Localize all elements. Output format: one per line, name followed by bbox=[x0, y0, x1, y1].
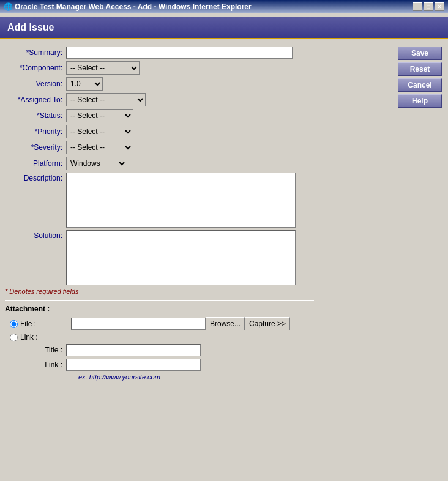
description-row: Description: bbox=[5, 173, 388, 228]
status-select[interactable]: -- Select -- bbox=[66, 109, 133, 122]
link-field-label: Link : bbox=[17, 360, 66, 369]
browse-button[interactable]: Browse... bbox=[206, 317, 245, 330]
file-radio[interactable] bbox=[10, 320, 18, 328]
assigned-row: *Assigned To: -- Select -- bbox=[5, 93, 388, 106]
description-label: Description: bbox=[5, 173, 66, 182]
solution-row: Solution: bbox=[5, 230, 388, 285]
example-text: ex. http://www.yoursite.com bbox=[78, 373, 388, 381]
link-radio-label[interactable]: Link : bbox=[10, 333, 71, 341]
main-content: *Summary: *Component: -- Select -- Versi… bbox=[0, 39, 448, 481]
required-note: * Denotes required fields bbox=[5, 288, 388, 295]
version-label: Version: bbox=[5, 80, 66, 88]
platform-select[interactable]: Windows bbox=[66, 157, 127, 170]
divider bbox=[5, 300, 314, 301]
link-attachment-row: Link : bbox=[5, 333, 388, 341]
window-icon: 🌐 bbox=[4, 2, 12, 11]
capture-button[interactable]: Capture >> bbox=[245, 317, 290, 330]
page-title: Add Issue bbox=[7, 22, 54, 32]
form-area: *Summary: *Component: -- Select -- Versi… bbox=[0, 44, 393, 481]
minimize-button[interactable]: ─ bbox=[413, 2, 422, 11]
status-row: *Status: -- Select -- bbox=[5, 109, 388, 122]
assigned-label: *Assigned To: bbox=[5, 95, 66, 104]
summary-label: *Summary: bbox=[5, 48, 66, 57]
version-row: Version: 1.0 bbox=[5, 77, 388, 91]
title-label: Title : bbox=[17, 346, 66, 354]
platform-row: Platform: Windows bbox=[5, 157, 388, 170]
window-controls: ─ □ ✕ bbox=[413, 2, 444, 11]
platform-label: Platform: bbox=[5, 159, 66, 168]
buttons-area: Save Reset Cancel Help bbox=[393, 44, 448, 481]
version-select[interactable]: 1.0 bbox=[66, 77, 103, 91]
title-input[interactable] bbox=[66, 344, 201, 356]
file-label-text: File : bbox=[20, 319, 36, 328]
page-header: Add Issue bbox=[0, 17, 448, 39]
status-label: *Status: bbox=[5, 111, 66, 120]
window-titlebar: 🌐 Oracle Test Manager Web Access - Add -… bbox=[0, 0, 448, 13]
file-radio-label[interactable]: File : bbox=[10, 319, 71, 328]
link-label-text: Link : bbox=[20, 333, 38, 341]
priority-row: *Priority: -- Select -- bbox=[5, 125, 388, 138]
summary-row: *Summary: bbox=[5, 47, 388, 59]
summary-input[interactable] bbox=[66, 47, 293, 59]
link-row: Link : bbox=[5, 359, 388, 371]
assigned-select[interactable]: -- Select -- bbox=[66, 93, 146, 106]
save-button[interactable]: Save bbox=[398, 47, 442, 60]
priority-label: *Priority: bbox=[5, 127, 66, 136]
link-input[interactable] bbox=[66, 359, 201, 371]
attachment-section-label: Attachment : bbox=[5, 305, 388, 313]
cancel-button[interactable]: Cancel bbox=[398, 78, 442, 92]
description-textarea[interactable] bbox=[66, 173, 296, 228]
component-select[interactable]: -- Select -- bbox=[66, 61, 140, 75]
file-attachment-row: File : Browse... Capture >> bbox=[5, 317, 388, 330]
restore-button[interactable]: □ bbox=[424, 2, 433, 11]
reset-button[interactable]: Reset bbox=[398, 62, 442, 76]
solution-textarea[interactable] bbox=[66, 230, 296, 285]
file-path-input[interactable] bbox=[71, 318, 206, 330]
close-button[interactable]: ✕ bbox=[435, 2, 444, 11]
help-button[interactable]: Help bbox=[398, 94, 442, 108]
severity-label: *Severity: bbox=[5, 143, 66, 152]
attachment-section: Attachment : File : Browse... Capture >>… bbox=[5, 305, 388, 381]
link-radio[interactable] bbox=[10, 334, 18, 341]
severity-row: *Severity: -- Select -- bbox=[5, 141, 388, 154]
title-row: Title : bbox=[5, 344, 388, 356]
component-label: *Component: bbox=[5, 64, 66, 72]
window-title: Oracle Test Manager Web Access - Add - W… bbox=[15, 2, 252, 11]
priority-select[interactable]: -- Select -- bbox=[66, 125, 133, 138]
component-row: *Component: -- Select -- bbox=[5, 61, 388, 75]
severity-select[interactable]: -- Select -- bbox=[66, 141, 133, 154]
solution-label: Solution: bbox=[5, 230, 66, 240]
